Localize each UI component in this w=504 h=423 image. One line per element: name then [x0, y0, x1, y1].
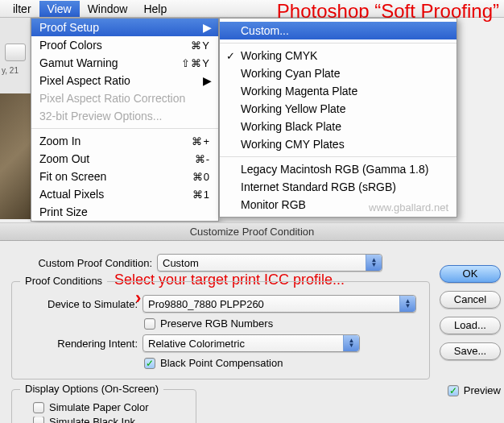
customize-proof-dialog: Customize Proof Condition Custom Proof C… — [0, 222, 504, 423]
menu-help[interactable]: Help — [135, 1, 175, 17]
checkbox-label: Simulate Paper Color — [49, 401, 149, 413]
load-button[interactable]: Load... — [440, 317, 501, 334]
menu-shortcut: ⌘- — [195, 153, 210, 165]
menu-proof-colors[interactable]: Proof Colors ⌘Y — [31, 36, 218, 54]
cancel-button[interactable]: Cancel — [440, 291, 501, 309]
dialog-title: Customize Proof Condition — [0, 223, 504, 241]
menu-pixel-aspect-ratio[interactable]: Pixel Aspect Ratio ▶ — [31, 72, 218, 89]
submenu-working-cmyk[interactable]: ✓ Working CMYK — [220, 47, 456, 64]
submenu-item-label: Monitor RGB — [241, 198, 306, 211]
view-menu-panel: Proof Setup ▶ Proof Colors ⌘Y Gamut Warn… — [31, 18, 219, 222]
menu-actual-pixels[interactable]: Actual Pixels ⌘1 — [31, 185, 218, 203]
submenu-arrow-icon: ▶ — [203, 21, 212, 34]
checkbox-label: Black Point Compensation — [160, 357, 283, 369]
document-thumbnail — [0, 93, 31, 219]
display-options-group: Display Options (On-Screen) Simulate Pap… — [11, 389, 196, 423]
menu-item-label: Proof Setup — [39, 21, 99, 34]
tool-icon[interactable] — [5, 44, 26, 61]
menu-shortcut: ⌘0 — [192, 171, 210, 183]
checkmark-icon: ✓ — [226, 50, 235, 62]
menu-zoom-out[interactable]: Zoom Out ⌘- — [31, 150, 218, 168]
device-label: Device to Simulate: — [19, 298, 138, 310]
checkbox-icon — [33, 417, 44, 423]
menu-item-label: Print Size — [39, 205, 88, 218]
select-value: Custom — [163, 257, 199, 269]
submenu-legacy-mac[interactable]: Legacy Macintosh RGB (Gamma 1.8) — [220, 160, 456, 178]
menu-item-label: Zoom Out — [39, 152, 89, 165]
ok-button[interactable]: OK — [440, 265, 501, 283]
menu-view[interactable]: View — [39, 1, 80, 17]
submenu-arrow-icon: ▶ — [203, 74, 212, 87]
submenu-separator — [220, 156, 456, 157]
save-button[interactable]: Save... — [440, 342, 501, 360]
select-caps-icon: ▲▼ — [343, 335, 359, 351]
rendering-label: Rendering Intent: — [19, 338, 138, 350]
submenu-item-label: Working Black Plate — [241, 120, 341, 133]
select-value: Pro9880_7880 PLPP260 — [148, 298, 264, 310]
menu-item-label: Fit on Screen — [39, 170, 106, 183]
select-value: Relative Colorimetric — [148, 338, 245, 350]
select-caps-icon: ▲▼ — [366, 255, 382, 271]
submenu-srgb[interactable]: Internet Standard RGB (sRGB) — [220, 178, 456, 196]
checkbox-label: Preview — [464, 384, 501, 396]
menu-shortcut: ⌘Y — [191, 39, 210, 52]
proof-setup-submenu: Custom... ✓ Working CMYK Working Cyan Pl… — [219, 18, 457, 218]
submenu-item-label: Internet Standard RGB (sRGB) — [241, 180, 396, 193]
menu-item-label: Actual Pixels — [39, 188, 104, 201]
submenu-magenta[interactable]: Working Magenta Plate — [220, 82, 456, 100]
preserve-rgb-checkbox[interactable]: Preserve RGB Numbers — [144, 317, 423, 330]
group-legend: Proof Conditions — [20, 275, 107, 287]
submenu-item-label: Working Yellow Plate — [241, 102, 345, 115]
menu-shortcut: ⇧⌘Y — [181, 57, 210, 69]
checkbox-label: Simulate Black Ink — [49, 417, 135, 423]
submenu-cyan[interactable]: Working Cyan Plate — [220, 64, 456, 82]
submenu-item-label: Working CMY Plates — [241, 138, 345, 151]
watermark: www.gballard.net — [369, 201, 448, 214]
menu-item-label: Gamut Warning — [39, 56, 118, 69]
simulate-paper-checkbox[interactable]: Simulate Paper Color — [33, 401, 189, 413]
checkbox-icon: ✓ — [144, 358, 155, 369]
simulate-ink-checkbox[interactable]: Simulate Black Ink — [33, 417, 189, 423]
menu-fit-on-screen[interactable]: Fit on Screen ⌘0 — [31, 168, 218, 185]
menu-filter[interactable]: ilter — [5, 1, 39, 17]
menu-zoom-in[interactable]: Zoom In ⌘+ — [31, 132, 218, 150]
menu-32bit-preview: 32-bit Preview Options... — [31, 107, 218, 125]
submenu-item-label: Custom... — [241, 24, 289, 37]
checkbox-icon — [144, 318, 155, 330]
tab-label: y, 21 — [0, 63, 30, 78]
submenu-cmy[interactable]: Working CMY Plates — [220, 135, 456, 153]
menu-shortcut: ⌘+ — [192, 135, 210, 147]
menu-window[interactable]: Window — [80, 1, 136, 17]
group-legend: Display Options (On-Screen) — [20, 383, 163, 395]
menu-separator — [31, 128, 218, 129]
menu-item-label: 32-bit Preview Options... — [39, 110, 163, 122]
checkbox-icon — [33, 402, 44, 413]
rendering-select[interactable]: Relative Colorimetric ▲▼ — [143, 334, 360, 352]
submenu-separator — [220, 43, 456, 44]
checkbox-label: Preserve RGB Numbers — [160, 317, 273, 330]
button-column: OK Cancel Load... Save... — [440, 265, 501, 360]
submenu-custom[interactable]: Custom... — [220, 22, 456, 39]
submenu-black[interactable]: Working Black Plate — [220, 118, 456, 135]
submenu-item-label: Working Cyan Plate — [241, 67, 340, 80]
menu-gamut-warning[interactable]: Gamut Warning ⇧⌘Y — [31, 54, 218, 72]
custom-proof-select[interactable]: Custom ▲▼ — [157, 254, 382, 272]
select-caps-icon: ▲▼ — [399, 296, 415, 312]
menu-print-size[interactable]: Print Size — [31, 203, 218, 221]
bpc-checkbox[interactable]: ✓ Black Point Compensation — [144, 357, 423, 369]
menu-item-label: Zoom In — [39, 135, 81, 147]
menu-shortcut: ⌘1 — [192, 189, 210, 201]
submenu-item-label: Working CMYK — [241, 49, 317, 62]
submenu-item-label: Working Magenta Plate — [241, 85, 357, 97]
proof-conditions-group: Proof Conditions Device to Simulate: Pro… — [11, 281, 430, 379]
submenu-item-label: Legacy Macintosh RGB (Gamma 1.8) — [241, 163, 428, 176]
preview-checkbox[interactable]: ✓ Preview — [448, 384, 501, 396]
submenu-yellow[interactable]: Working Yellow Plate — [220, 100, 456, 118]
menu-par-correction: Pixel Aspect Ratio Correction — [31, 89, 218, 107]
checkbox-icon: ✓ — [448, 385, 459, 396]
menu-item-label: Pixel Aspect Ratio — [39, 74, 130, 87]
menu-item-label: Pixel Aspect Ratio Correction — [39, 92, 185, 105]
menu-proof-setup[interactable]: Proof Setup ▶ — [31, 19, 218, 36]
device-select[interactable]: Pro9880_7880 PLPP260 ▲▼ — [143, 295, 416, 313]
custom-proof-label: Custom Proof Condition: — [11, 257, 152, 269]
